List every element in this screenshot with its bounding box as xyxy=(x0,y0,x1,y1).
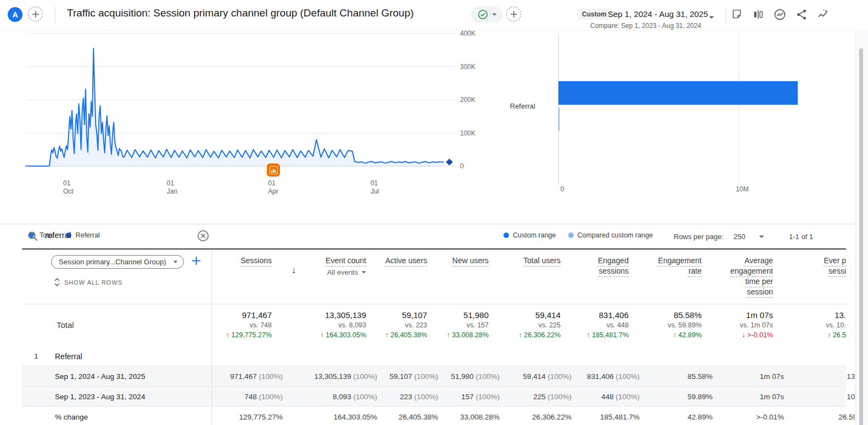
ab-comparison-button[interactable] xyxy=(751,7,765,21)
metric-delta: ↑ 42.89% xyxy=(629,330,702,341)
share-icon xyxy=(796,8,808,20)
bar-chart-gridline xyxy=(738,35,739,184)
divider xyxy=(55,7,55,23)
chevron-down-icon[interactable] xyxy=(709,16,714,19)
metric-vs-value: vs. 8,093 xyxy=(272,320,366,330)
cell: 129,775.27% xyxy=(222,413,283,421)
insight-marker-icon[interactable] xyxy=(267,163,280,177)
intelligence-button[interactable] xyxy=(816,7,831,21)
x-tick-label: 10M xyxy=(734,185,751,193)
metric-value: 59,107 xyxy=(366,310,427,320)
rows-per-page-select[interactable]: 250 xyxy=(733,233,746,241)
cell-share: (100%) xyxy=(259,393,283,401)
chevron-down-icon xyxy=(492,13,497,16)
cell: 448 (100%) xyxy=(572,393,640,401)
line-end-marker xyxy=(446,158,453,166)
chevron-down-icon[interactable] xyxy=(759,235,764,239)
column-header-label: Ever p sessi xyxy=(824,256,846,275)
column-header-total-users[interactable]: Total users xyxy=(489,250,561,297)
metric-value: 59,414 xyxy=(489,310,561,320)
total-metric-cell: 971,467vs. 748↑ 129,775.27% xyxy=(211,304,272,341)
column-header-ever-p-sessi[interactable]: Ever p sessi xyxy=(773,250,846,297)
scrollbar-track[interactable] xyxy=(855,30,868,425)
bar-category-label: Referral xyxy=(483,102,535,110)
cell-share: (100%) xyxy=(353,372,377,381)
cell: 85.58% xyxy=(640,372,713,381)
cell-share: (100%) xyxy=(259,372,283,381)
report-status-chip[interactable] xyxy=(471,7,503,22)
column-header-active-users[interactable]: Active users xyxy=(366,250,427,297)
column-header-label: New users xyxy=(452,256,489,265)
row-index: 1 xyxy=(34,352,38,360)
total-metric-cell: 59,107vs. 223↑ 26,405.38% xyxy=(366,304,427,341)
cell: 26,405.38% xyxy=(377,413,438,421)
column-header-engagement-rate[interactable]: Engagement rate xyxy=(629,250,702,297)
date-range-custom-chip: Custom xyxy=(578,9,611,20)
avatar[interactable]: A xyxy=(8,7,23,22)
cell-share: (100%) xyxy=(547,393,572,401)
metric-value: 85.58% xyxy=(629,310,702,320)
insights-button[interactable] xyxy=(772,7,787,21)
plus-icon xyxy=(191,256,201,266)
show-all-rows-button[interactable]: SHOW ALL ROWS xyxy=(54,278,122,286)
cell: 10. xyxy=(784,393,857,401)
data-table: Session primary...Channel Group) SHOW AL… xyxy=(0,250,868,425)
date-range-picker[interactable]: Sep 1, 2024 - Aug 31, 2025 xyxy=(608,9,708,19)
column-header-label: Total users xyxy=(523,256,561,265)
cell-share: (100%) xyxy=(475,393,500,401)
search-input[interactable] xyxy=(44,230,189,240)
column-header-label: Average engagement time per session xyxy=(730,256,773,296)
cell: 33,008.28% xyxy=(438,413,500,421)
add-comparison-button[interactable] xyxy=(28,7,43,21)
table-row: % change129,775.27%164,303.05%26,405.38%… xyxy=(22,407,846,425)
clear-search-icon[interactable] xyxy=(197,230,209,242)
show-all-rows-label: SHOW ALL ROWS xyxy=(64,279,122,286)
total-label: Total xyxy=(57,320,74,330)
metric-value: 13. xyxy=(773,310,846,320)
chevron-down-icon xyxy=(361,271,366,274)
metric-value: 1m 07s xyxy=(702,310,773,320)
cell: 971,467 (100%) xyxy=(222,372,283,381)
check-circle-icon xyxy=(478,9,488,20)
dimension-selector[interactable]: Session primary...Channel Group) xyxy=(51,255,184,269)
metric-vs-value: vs. 448 xyxy=(561,320,629,330)
plus-icon xyxy=(510,10,518,18)
table-group-row[interactable]: 1 Referral xyxy=(22,347,846,366)
metric-vs-value: vs. 1m 07s xyxy=(702,320,773,330)
notes-button[interactable] xyxy=(730,7,744,21)
cell: 157 (100%) xyxy=(438,393,500,401)
column-header-engaged-sessions[interactable]: Engaged sessions xyxy=(561,250,629,297)
metric-delta: ↑ 26.5 xyxy=(773,330,846,341)
event-scope-selector[interactable]: All events xyxy=(286,268,366,276)
plus-icon xyxy=(32,10,40,18)
cell: 164,303.05% xyxy=(283,413,377,421)
cell: 59.89% xyxy=(640,393,713,401)
metric-delta: ↓ >-0.01% xyxy=(702,330,773,341)
total-metric-cell: 831,406vs. 448↑ 185,481.7% xyxy=(561,304,629,341)
cell-share: (100%) xyxy=(615,372,640,381)
table-toolbar: Rows per page: 250 1-1 of 1 xyxy=(0,224,868,249)
bar-compared-range xyxy=(558,107,559,131)
column-header-sessions[interactable]: Sessions xyxy=(211,250,272,297)
column-header-label: Sessions xyxy=(240,256,272,265)
column-header-new-users[interactable]: New users xyxy=(427,250,489,297)
metric-vs-value: vs. 59.89% xyxy=(629,320,702,330)
row-label: Sep 1, 2024 - Aug 31, 2025 xyxy=(22,372,222,381)
column-header-average-engagement-time-per-session[interactable]: Average engagement time per session xyxy=(702,250,773,297)
table-header-row: Session primary...Channel Group) SHOW AL… xyxy=(22,250,846,304)
dimension-selector-label: Session primary...Channel Group) xyxy=(59,258,169,266)
mini-bar-chart-icon xyxy=(270,166,278,174)
metric-vs-value: vs. 225 xyxy=(489,320,561,330)
scrollbar-thumb[interactable] xyxy=(859,48,863,425)
metric-delta: ↑ 33,008.28% xyxy=(427,330,489,341)
search-icon xyxy=(27,231,38,242)
add-dimension-button[interactable] xyxy=(191,256,201,266)
metric-delta: ↑ 129,775.27% xyxy=(211,330,272,341)
cell-share: (100%) xyxy=(414,372,438,381)
add-report-item-button[interactable] xyxy=(506,7,521,21)
column-header-event-count[interactable]: ↓Event countAll events xyxy=(272,250,366,297)
column-header-label: Engaged sessions xyxy=(598,256,629,275)
metric-value: 51,980 xyxy=(427,310,489,320)
share-button[interactable] xyxy=(794,7,809,21)
rows-per-page-label: Rows per page: xyxy=(674,233,724,241)
